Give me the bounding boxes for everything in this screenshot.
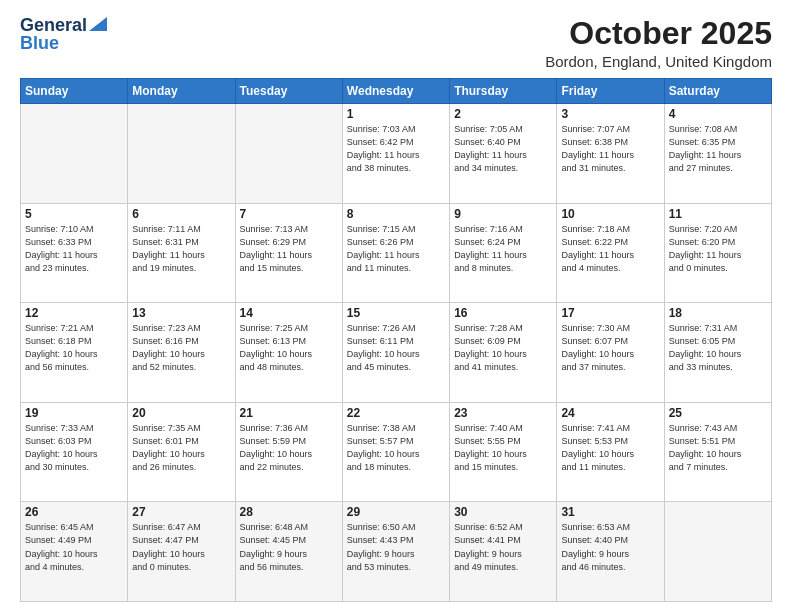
day-number: 6 <box>132 207 230 221</box>
day-cell: 17Sunrise: 7:30 AM Sunset: 6:07 PM Dayli… <box>557 303 664 403</box>
day-info: Sunrise: 7:08 AM Sunset: 6:35 PM Dayligh… <box>669 123 767 175</box>
weekday-header-saturday: Saturday <box>664 79 771 104</box>
day-cell: 16Sunrise: 7:28 AM Sunset: 6:09 PM Dayli… <box>450 303 557 403</box>
day-number: 16 <box>454 306 552 320</box>
day-info: Sunrise: 6:45 AM Sunset: 4:49 PM Dayligh… <box>25 521 123 573</box>
day-info: Sunrise: 7:43 AM Sunset: 5:51 PM Dayligh… <box>669 422 767 474</box>
weekday-header-wednesday: Wednesday <box>342 79 449 104</box>
day-info: Sunrise: 7:35 AM Sunset: 6:01 PM Dayligh… <box>132 422 230 474</box>
day-cell: 19Sunrise: 7:33 AM Sunset: 6:03 PM Dayli… <box>21 402 128 502</box>
day-number: 21 <box>240 406 338 420</box>
day-info: Sunrise: 7:21 AM Sunset: 6:18 PM Dayligh… <box>25 322 123 374</box>
day-info: Sunrise: 7:11 AM Sunset: 6:31 PM Dayligh… <box>132 223 230 275</box>
day-cell: 13Sunrise: 7:23 AM Sunset: 6:16 PM Dayli… <box>128 303 235 403</box>
weekday-header-thursday: Thursday <box>450 79 557 104</box>
page: General Blue October 2025 Bordon, Englan… <box>0 0 792 612</box>
day-cell: 27Sunrise: 6:47 AM Sunset: 4:47 PM Dayli… <box>128 502 235 602</box>
day-cell: 3Sunrise: 7:07 AM Sunset: 6:38 PM Daylig… <box>557 104 664 204</box>
day-cell: 2Sunrise: 7:05 AM Sunset: 6:40 PM Daylig… <box>450 104 557 204</box>
day-number: 26 <box>25 505 123 519</box>
week-row-0: 1Sunrise: 7:03 AM Sunset: 6:42 PM Daylig… <box>21 104 772 204</box>
day-info: Sunrise: 6:47 AM Sunset: 4:47 PM Dayligh… <box>132 521 230 573</box>
day-number: 3 <box>561 107 659 121</box>
day-number: 8 <box>347 207 445 221</box>
day-number: 14 <box>240 306 338 320</box>
weekday-header-sunday: Sunday <box>21 79 128 104</box>
day-number: 11 <box>669 207 767 221</box>
day-cell: 23Sunrise: 7:40 AM Sunset: 5:55 PM Dayli… <box>450 402 557 502</box>
day-info: Sunrise: 7:33 AM Sunset: 6:03 PM Dayligh… <box>25 422 123 474</box>
day-number: 2 <box>454 107 552 121</box>
day-info: Sunrise: 7:03 AM Sunset: 6:42 PM Dayligh… <box>347 123 445 175</box>
day-cell: 6Sunrise: 7:11 AM Sunset: 6:31 PM Daylig… <box>128 203 235 303</box>
day-number: 4 <box>669 107 767 121</box>
day-number: 19 <box>25 406 123 420</box>
day-cell: 12Sunrise: 7:21 AM Sunset: 6:18 PM Dayli… <box>21 303 128 403</box>
day-info: Sunrise: 7:30 AM Sunset: 6:07 PM Dayligh… <box>561 322 659 374</box>
day-info: Sunrise: 7:36 AM Sunset: 5:59 PM Dayligh… <box>240 422 338 474</box>
day-info: Sunrise: 7:05 AM Sunset: 6:40 PM Dayligh… <box>454 123 552 175</box>
day-number: 25 <box>669 406 767 420</box>
day-number: 24 <box>561 406 659 420</box>
weekday-header-monday: Monday <box>128 79 235 104</box>
day-cell: 21Sunrise: 7:36 AM Sunset: 5:59 PM Dayli… <box>235 402 342 502</box>
day-info: Sunrise: 7:20 AM Sunset: 6:20 PM Dayligh… <box>669 223 767 275</box>
day-cell: 30Sunrise: 6:52 AM Sunset: 4:41 PM Dayli… <box>450 502 557 602</box>
logo-icon <box>89 17 107 31</box>
weekday-header-friday: Friday <box>557 79 664 104</box>
logo: General Blue <box>20 16 107 54</box>
day-info: Sunrise: 7:10 AM Sunset: 6:33 PM Dayligh… <box>25 223 123 275</box>
weekday-row: SundayMondayTuesdayWednesdayThursdayFrid… <box>21 79 772 104</box>
day-info: Sunrise: 7:31 AM Sunset: 6:05 PM Dayligh… <box>669 322 767 374</box>
day-cell: 14Sunrise: 7:25 AM Sunset: 6:13 PM Dayli… <box>235 303 342 403</box>
day-info: Sunrise: 7:26 AM Sunset: 6:11 PM Dayligh… <box>347 322 445 374</box>
day-cell: 20Sunrise: 7:35 AM Sunset: 6:01 PM Dayli… <box>128 402 235 502</box>
day-info: Sunrise: 7:25 AM Sunset: 6:13 PM Dayligh… <box>240 322 338 374</box>
day-number: 7 <box>240 207 338 221</box>
day-number: 13 <box>132 306 230 320</box>
day-number: 1 <box>347 107 445 121</box>
day-info: Sunrise: 7:18 AM Sunset: 6:22 PM Dayligh… <box>561 223 659 275</box>
header: General Blue October 2025 Bordon, Englan… <box>20 16 772 70</box>
week-row-3: 19Sunrise: 7:33 AM Sunset: 6:03 PM Dayli… <box>21 402 772 502</box>
day-cell: 7Sunrise: 7:13 AM Sunset: 6:29 PM Daylig… <box>235 203 342 303</box>
day-info: Sunrise: 7:28 AM Sunset: 6:09 PM Dayligh… <box>454 322 552 374</box>
week-row-1: 5Sunrise: 7:10 AM Sunset: 6:33 PM Daylig… <box>21 203 772 303</box>
day-number: 17 <box>561 306 659 320</box>
day-number: 10 <box>561 207 659 221</box>
day-info: Sunrise: 7:41 AM Sunset: 5:53 PM Dayligh… <box>561 422 659 474</box>
day-cell <box>21 104 128 204</box>
title-block: October 2025 Bordon, England, United Kin… <box>545 16 772 70</box>
week-row-4: 26Sunrise: 6:45 AM Sunset: 4:49 PM Dayli… <box>21 502 772 602</box>
day-cell: 31Sunrise: 6:53 AM Sunset: 4:40 PM Dayli… <box>557 502 664 602</box>
day-info: Sunrise: 6:53 AM Sunset: 4:40 PM Dayligh… <box>561 521 659 573</box>
day-cell: 26Sunrise: 6:45 AM Sunset: 4:49 PM Dayli… <box>21 502 128 602</box>
week-row-2: 12Sunrise: 7:21 AM Sunset: 6:18 PM Dayli… <box>21 303 772 403</box>
calendar-header: SundayMondayTuesdayWednesdayThursdayFrid… <box>21 79 772 104</box>
day-cell <box>128 104 235 204</box>
day-cell: 5Sunrise: 7:10 AM Sunset: 6:33 PM Daylig… <box>21 203 128 303</box>
day-number: 12 <box>25 306 123 320</box>
day-info: Sunrise: 7:40 AM Sunset: 5:55 PM Dayligh… <box>454 422 552 474</box>
weekday-header-tuesday: Tuesday <box>235 79 342 104</box>
day-cell: 11Sunrise: 7:20 AM Sunset: 6:20 PM Dayli… <box>664 203 771 303</box>
day-number: 28 <box>240 505 338 519</box>
day-number: 27 <box>132 505 230 519</box>
day-info: Sunrise: 7:38 AM Sunset: 5:57 PM Dayligh… <box>347 422 445 474</box>
day-info: Sunrise: 6:48 AM Sunset: 4:45 PM Dayligh… <box>240 521 338 573</box>
day-number: 9 <box>454 207 552 221</box>
day-info: Sunrise: 7:23 AM Sunset: 6:16 PM Dayligh… <box>132 322 230 374</box>
day-info: Sunrise: 6:52 AM Sunset: 4:41 PM Dayligh… <box>454 521 552 573</box>
day-cell: 8Sunrise: 7:15 AM Sunset: 6:26 PM Daylig… <box>342 203 449 303</box>
day-info: Sunrise: 7:16 AM Sunset: 6:24 PM Dayligh… <box>454 223 552 275</box>
calendar-body: 1Sunrise: 7:03 AM Sunset: 6:42 PM Daylig… <box>21 104 772 602</box>
day-cell: 28Sunrise: 6:48 AM Sunset: 4:45 PM Dayli… <box>235 502 342 602</box>
day-number: 18 <box>669 306 767 320</box>
day-cell: 4Sunrise: 7:08 AM Sunset: 6:35 PM Daylig… <box>664 104 771 204</box>
day-number: 30 <box>454 505 552 519</box>
location: Bordon, England, United Kingdom <box>545 53 772 70</box>
day-number: 29 <box>347 505 445 519</box>
day-cell <box>235 104 342 204</box>
day-info: Sunrise: 6:50 AM Sunset: 4:43 PM Dayligh… <box>347 521 445 573</box>
day-cell: 9Sunrise: 7:16 AM Sunset: 6:24 PM Daylig… <box>450 203 557 303</box>
